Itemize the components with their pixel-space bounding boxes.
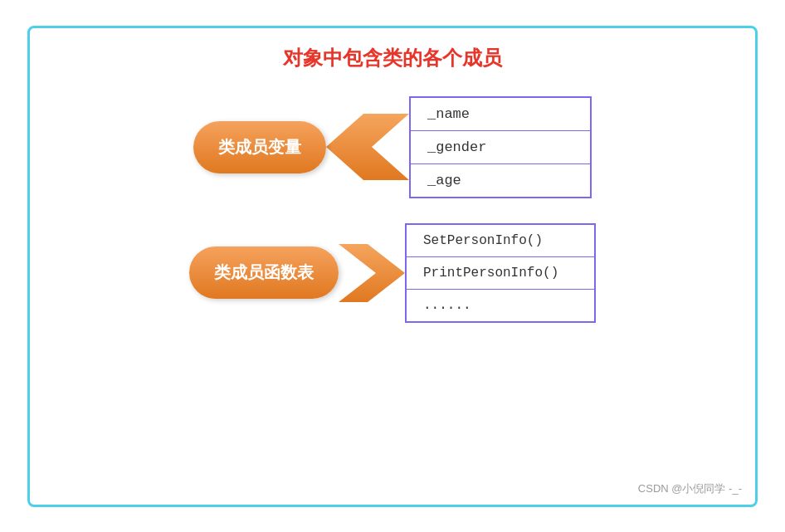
var-name: _name [411,98,590,131]
arrow-variables [326,110,409,184]
row-variables: 类成员变量 _name _gender _age [193,96,592,198]
func-print: PrintPersonInfo() [407,257,594,290]
func-set: SetPersonInfo() [407,225,594,257]
variable-list: _name _gender _age [409,96,592,198]
diagram-title: 对象中包含类的各个成员 [283,45,502,71]
diagram-area: 类成员变量 _name _gender _age [55,96,730,323]
row-functions: 类成员函数表 SetPersonInfo() PrintPersonInfo [189,223,596,323]
var-gender: _gender [411,131,590,164]
main-container: 对象中包含类的各个成员 类成员变量 _name [27,26,758,507]
func-more: ...... [407,290,594,321]
function-list: SetPersonInfo() PrintPersonInfo() ...... [405,223,596,323]
arrow-functions [339,244,405,302]
var-age: _age [411,164,590,197]
svg-marker-0 [326,114,409,180]
watermark: CSDN @小倪同学 -_- [638,481,742,496]
function-pill: 类成员函数表 [189,246,339,299]
svg-marker-1 [339,244,405,302]
variable-pill: 类成员变量 [193,121,326,173]
